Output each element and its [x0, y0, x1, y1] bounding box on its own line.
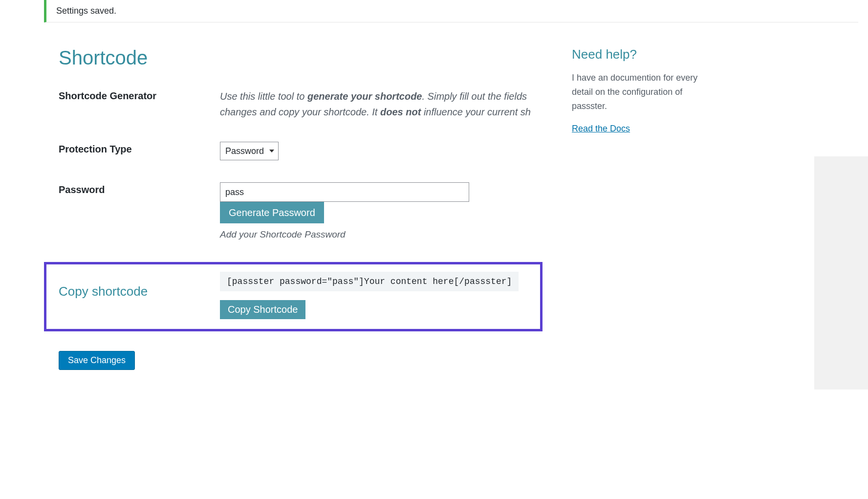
row-protection-type: Protection Type Password: [59, 142, 542, 160]
copy-shortcode-highlight-box: Copy shortcode [passster password="pass"…: [44, 262, 542, 331]
read-docs-link[interactable]: Read the Docs: [572, 124, 630, 133]
label-shortcode-generator: Shortcode Generator: [59, 88, 220, 102]
row-password: Password Generate Password Add your Shor…: [59, 182, 542, 240]
help-sidebar: Need help? I have an documention for eve…: [572, 47, 699, 370]
shortcode-output: [passster password="pass"]Your content h…: [220, 272, 519, 291]
label-copy-shortcode: Copy shortcode: [59, 272, 220, 299]
row-shortcode-generator: Shortcode Generator Use this little tool…: [59, 88, 542, 120]
sidebar-grey-panel: [814, 156, 868, 390]
notice-text: Settings saved.: [56, 6, 116, 16]
generator-description-line1: Use this little tool to generate your sh…: [220, 88, 533, 104]
copy-shortcode-button[interactable]: Copy Shortcode: [220, 300, 305, 319]
protection-type-select[interactable]: Password: [220, 142, 279, 160]
generate-password-button[interactable]: Generate Password: [220, 202, 324, 223]
label-protection-type: Protection Type: [59, 142, 220, 155]
help-title: Need help?: [572, 47, 699, 62]
generator-description-line2: changes and copy your shortcode. It does…: [220, 104, 533, 120]
settings-saved-notice: Settings saved.: [44, 0, 858, 22]
section-title: Shortcode: [59, 47, 542, 69]
password-hint: Add your Shortcode Password: [220, 229, 542, 240]
label-password: Password: [59, 182, 220, 195]
password-input[interactable]: [220, 182, 469, 202]
help-text: I have an documention for every detail o…: [572, 71, 699, 113]
save-changes-button[interactable]: Save Changes: [59, 351, 135, 370]
